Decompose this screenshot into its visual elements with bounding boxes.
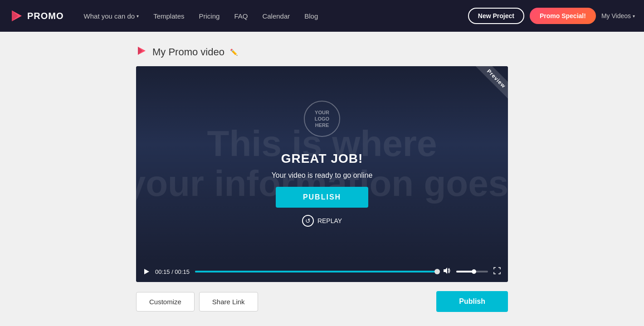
share-link-button[interactable]: Share Link [199, 292, 258, 311]
publish-overlay-button[interactable]: PUBLISH [276, 187, 368, 208]
replay-button[interactable]: ↺ REPLAY [302, 215, 342, 227]
my-videos-button[interactable]: My Videos ▾ [601, 12, 635, 19]
progress-dot [434, 269, 440, 274]
video-title-row: My Promo video ✏️ [136, 45, 508, 59]
nav-calendar[interactable]: Calendar [256, 9, 296, 24]
brand-name: PROMO [27, 11, 64, 21]
logo-placeholder: YOUR LOGO HERE [304, 101, 340, 137]
volume-button[interactable] [443, 267, 451, 277]
svg-marker-4 [144, 269, 149, 274]
volume-bar[interactable] [456, 271, 488, 272]
main-content: My Promo video ✏️ Preview This is where … [0, 32, 644, 326]
chevron-down-icon: ▾ [633, 14, 635, 19]
nav-what-you-can-do[interactable]: What you can do ▾ [78, 9, 146, 24]
nav-links: What you can do ▾ Templates Pricing FAQ … [78, 9, 468, 24]
video-controls: 00:15 / 00:15 [136, 261, 508, 282]
replay-icon: ↺ [302, 215, 314, 227]
video-ready-text: Your video is ready to go online [272, 171, 373, 180]
video-title: My Promo video [152, 46, 224, 58]
progress-fill [195, 271, 437, 272]
nav-blog[interactable]: Blog [298, 9, 324, 24]
svg-marker-5 [444, 268, 447, 274]
new-project-button[interactable]: New Project [468, 8, 524, 24]
publish-button[interactable]: Publish [436, 291, 508, 312]
promo-logo-icon [9, 9, 24, 23]
preview-watermark: Preview [471, 66, 508, 100]
promo-play-icon [136, 45, 147, 59]
nav-actions: New Project Promo Special! My Videos ▾ [468, 8, 635, 24]
nav-pricing[interactable]: Pricing [193, 9, 226, 24]
time-display: 00:15 / 00:15 [155, 268, 190, 275]
navbar: PROMO What you can do ▾ Templates Pricin… [0, 0, 644, 32]
great-job-title: GREAT JOB! [281, 151, 363, 166]
edit-icon[interactable]: ✏️ [230, 49, 238, 56]
fullscreen-button[interactable] [493, 267, 501, 276]
customize-button[interactable]: Customize [136, 292, 195, 311]
progress-bar[interactable] [195, 271, 437, 272]
brand-logo[interactable]: PROMO [9, 9, 64, 23]
chevron-down-icon: ▾ [137, 14, 139, 19]
svg-marker-1 [12, 10, 18, 21]
play-button[interactable] [143, 268, 150, 275]
nav-faq[interactable]: FAQ [228, 9, 254, 24]
volume-dot [472, 269, 476, 274]
bottom-actions: Customize Share Link Publish [136, 291, 508, 312]
promo-special-button[interactable]: Promo Special! [530, 8, 596, 24]
nav-templates[interactable]: Templates [147, 9, 190, 24]
video-player: Preview This is where your information g… [136, 66, 508, 282]
video-frame: Preview This is where your information g… [136, 66, 508, 261]
bottom-actions-left: Customize Share Link [136, 292, 258, 311]
overlay-content: YOUR LOGO HERE GREAT JOB! Your video is … [272, 101, 373, 227]
